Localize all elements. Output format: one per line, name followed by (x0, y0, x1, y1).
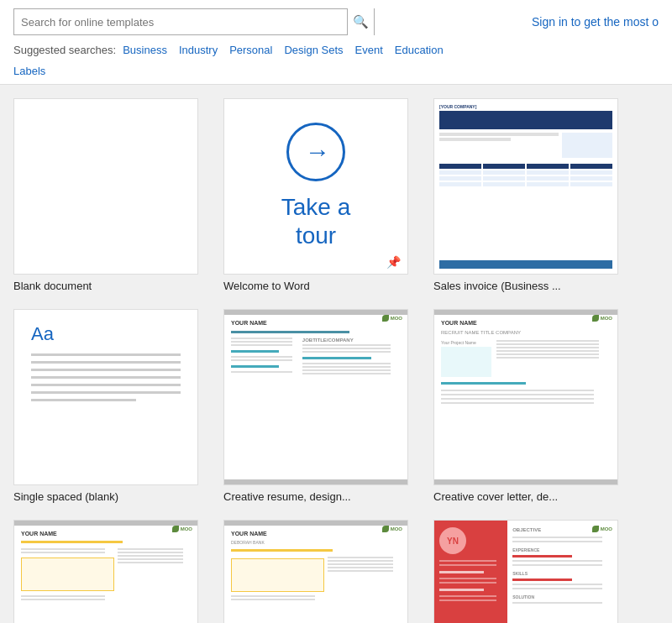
moo-small-line (496, 350, 599, 352)
single-line-5 (31, 384, 181, 386)
template-thumb-invoice[interactable]: [YOUR COMPANY] (433, 98, 618, 275)
resume-red-line (439, 599, 496, 601)
moo-small-line (21, 595, 105, 597)
moo-name-y2: YOUR NAME (231, 531, 401, 537)
moo-small-line (21, 599, 105, 600)
template-moo-yellow-1[interactable]: YOUR NAME (13, 520, 198, 623)
single-line-4 (31, 376, 181, 379)
single-line-6 (31, 391, 181, 394)
template-thumb-creative-cover[interactable]: YOUR NAME RECRUIT NAME TITLE COMPANY You… (433, 309, 618, 485)
header-top: 🔍 Sign in to get the most o (13, 8, 659, 35)
template-moo-red[interactable]: YN OBJECTIVE EXPERIENCE (433, 520, 618, 623)
resume-right-line (512, 588, 602, 589)
template-moo-yellow-2[interactable]: YOUR NAME DEBORAH BANK (223, 520, 408, 623)
templates-grid: Blank document → Take atour 📌 Welcome to… (13, 98, 659, 623)
moo-small-line (302, 369, 391, 371)
template-thumb-moo-yellow-2[interactable]: YOUR NAME DEBORAH BANK (223, 520, 408, 623)
template-thumb-tour[interactable]: → Take atour 📌 (223, 98, 408, 275)
template-tour[interactable]: → Take atour 📌 Welcome to Word (223, 98, 408, 292)
suggested-design-sets[interactable]: Design Sets (284, 44, 343, 56)
invoice-cell (527, 176, 569, 181)
invoice-cell (570, 182, 612, 186)
single-line-3 (31, 369, 181, 371)
moo-your-name-y: YOUR NAME (21, 531, 191, 537)
search-bar[interactable]: 🔍 (13, 8, 375, 35)
invoice-cell (483, 182, 525, 186)
moo-small-line (231, 356, 292, 358)
moo-your-name: YOUR NAME (231, 320, 267, 326)
resume-right-heading (512, 578, 572, 581)
resume-red-line (439, 595, 496, 597)
moo-small-line (496, 347, 599, 348)
suggested-personal[interactable]: Personal (229, 44, 272, 56)
resume-solution-label: SOLUTION (512, 594, 612, 599)
invoice-cell (527, 170, 569, 175)
suggested-event[interactable]: Event (355, 44, 383, 56)
invoice-dark-bar (439, 111, 612, 129)
suggested-label: Suggested searches: (13, 44, 116, 56)
moo-right-col: JOBTITLE/COMPANY (302, 338, 401, 474)
tour-arrow: → (286, 123, 345, 181)
resume-experience-label: EXPERIENCE (512, 547, 612, 552)
tour-doc-visual: → Take atour (224, 99, 407, 274)
single-line-2 (31, 361, 181, 364)
moo-small-line (302, 344, 391, 346)
suggested-education[interactable]: Education (395, 44, 444, 56)
moo-small-line (231, 338, 292, 339)
moo-small-line (441, 390, 594, 391)
labels-link[interactable]: Labels (13, 65, 45, 77)
moo-section-heading (231, 350, 279, 353)
template-creative-resume[interactable]: YOUR NAME (223, 309, 408, 503)
moo-yellow-body-2: YOUR NAME DEBORAH BANK (224, 526, 407, 623)
search-input[interactable] (14, 13, 347, 32)
invoice-cell (439, 176, 481, 181)
template-single[interactable]: Aa Single spaced (blank) (13, 309, 198, 503)
template-label-invoice: Sales invoice (Business ... (433, 280, 561, 292)
invoice-row-3 (439, 182, 612, 186)
suggested-industry[interactable]: Industry (179, 44, 218, 56)
moo-job-title: JOBTITLE/COMPANY (302, 338, 401, 343)
moo-leaf-icon (592, 315, 599, 322)
resume-red-line (439, 564, 496, 566)
template-thumb-creative-resume[interactable]: YOUR NAME (223, 309, 408, 485)
moo-small-line (118, 562, 183, 563)
moo-leaf-icon-red (592, 526, 599, 532)
resume-avatar: YN (439, 527, 466, 554)
invoice-box (562, 133, 612, 158)
moo-tag-red: MOO (592, 526, 612, 532)
invoice-doc-visual: [YOUR COMPANY] (434, 99, 617, 274)
template-label-creative-resume: Creative resume, design... (223, 490, 351, 503)
moo-small-line (302, 366, 391, 368)
template-creative-cover[interactable]: YOUR NAME RECRUIT NAME TITLE COMPANY You… (433, 309, 618, 503)
moo-project-box (441, 347, 491, 377)
resume-right-line (512, 541, 602, 542)
moo-small-line (231, 344, 292, 346)
template-thumb-moo-yellow-1[interactable]: YOUR NAME (13, 520, 198, 623)
search-button[interactable]: 🔍 (347, 8, 374, 35)
template-thumb-blank[interactable] (13, 98, 198, 275)
moo-tag: MOO (382, 315, 402, 322)
moo-small-line (302, 348, 391, 349)
header: 🔍 Sign in to get the most o Suggested se… (0, 0, 672, 85)
template-invoice[interactable]: [YOUR COMPANY] (433, 98, 618, 292)
invoice-bottom-bar (439, 260, 612, 269)
template-thumb-single[interactable]: Aa (13, 309, 198, 485)
moo-small-line (441, 394, 594, 395)
invoice-row-1 (439, 170, 612, 175)
invoice-company: [YOUR COMPANY] (439, 104, 612, 109)
resume-right-line (512, 537, 602, 538)
moo-section-heading (302, 357, 371, 359)
moo-small-line (328, 557, 393, 558)
arrow-icon: → (305, 138, 330, 166)
suggested-business[interactable]: Business (123, 44, 167, 56)
template-label-single: Single spaced (blank) (13, 490, 118, 503)
single-doc-visual: Aa (14, 310, 197, 484)
resume-right-line (512, 560, 602, 562)
moo-small-line (496, 357, 599, 359)
template-thumb-moo-red[interactable]: YN OBJECTIVE EXPERIENCE (433, 520, 618, 623)
template-blank[interactable]: Blank document (13, 98, 198, 292)
single-line-short (31, 399, 136, 401)
moo-cover-body: YOUR NAME RECRUIT NAME TITLE COMPANY You… (434, 315, 617, 479)
moo-small-line (496, 343, 599, 345)
invoice-row-header (439, 164, 612, 169)
